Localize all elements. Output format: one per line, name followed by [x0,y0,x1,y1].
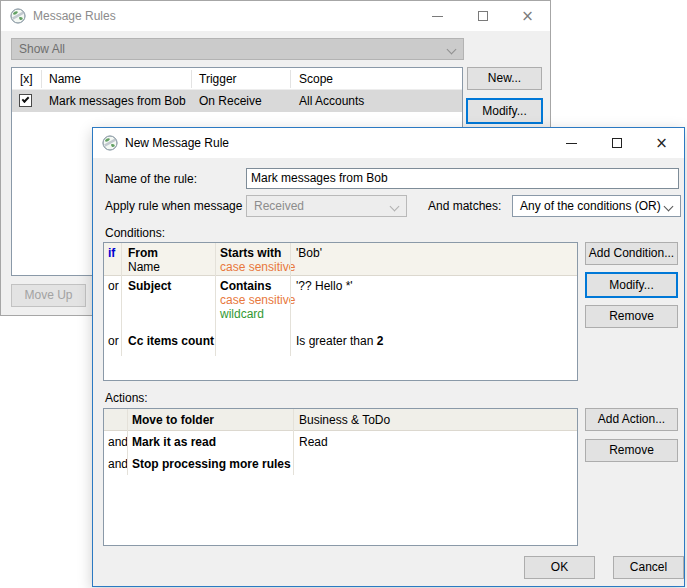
new-rule-button[interactable]: New... [467,67,542,90]
apply-when-value: Received [254,199,304,213]
condition-row[interactable]: ifFromNameStarts withcase sensitive'Bob' [104,243,577,276]
minimize-icon [566,143,577,144]
action-row[interactable]: andMark it as readRead [104,431,577,453]
column-divider [41,70,42,88]
remove-condition-button[interactable]: Remove [585,305,678,328]
conditions-label: Conditions: [105,226,165,240]
rule-name-input[interactable]: Mark messages from Bob [246,168,679,189]
column-divider [290,243,291,356]
maximize-icon [612,138,622,148]
column-header-enabled[interactable]: [x] [20,72,33,86]
apply-when-dropdown: Received [246,195,407,217]
app-globe-icon [10,8,26,24]
new-message-rule-dialog: New Message Rule × Name of the rule: Mar… [92,127,685,587]
conditions-list[interactable]: ifFromNameStarts withcase sensitive'Bob'… [103,242,578,381]
actions-list[interactable]: Move to folderBusiness & ToDoandMark it … [103,408,578,546]
move-up-button: Move Up [11,284,86,307]
condition-value: 'Bob' [296,246,322,260]
column-divider [293,409,294,475]
ok-button[interactable]: OK [524,556,595,579]
window-title: Message Rules [33,9,116,23]
close-icon: × [655,136,668,151]
rules-filter-dropdown[interactable]: Show All [11,38,464,60]
modify-rule-button[interactable]: Modify... [466,98,543,124]
condition-field: Cc items count [128,334,214,348]
chevron-down-icon [447,45,457,55]
remove-action-button[interactable]: Remove [585,439,678,462]
screen: Message Rules × Show All [x] Name Trigge… [0,0,687,588]
match-mode-value: Any of the conditions (OR) [520,199,661,213]
check-icon [22,95,30,103]
and-matches-label: And matches: [428,199,501,213]
cancel-button[interactable]: Cancel [613,556,684,579]
action-name: Mark it as read [132,435,216,449]
title-bar[interactable]: Message Rules × [1,1,550,31]
maximize-button[interactable] [460,1,505,31]
chevron-down-icon [664,202,674,212]
chevron-down-icon [390,202,400,212]
rule-name-cell: Mark messages from Bob [49,94,186,108]
condition-row[interactable]: orCc items countIs greater than 2 [104,331,577,356]
action-value: Read [299,435,328,449]
condition-connector: or [108,279,119,293]
condition-field: Subject [128,279,171,293]
app-globe-icon [102,135,118,151]
add-condition-button[interactable]: Add Condition... [585,242,678,265]
action-connector: and [108,457,128,471]
minimize-icon [432,16,443,17]
action-row[interactable]: andStop processing more rules [104,453,577,475]
condition-row[interactable]: orSubjectContainscase sensitivewildcard'… [104,276,577,331]
modify-condition-button[interactable]: Modify... [585,272,678,298]
column-header-scope[interactable]: Scope [299,72,333,86]
table-row[interactable]: Mark messages from BobOn ReceiveAll Acco… [12,90,462,112]
column-divider [215,243,216,356]
minimize-button[interactable] [549,128,594,158]
column-header-name[interactable]: Name [49,72,81,86]
rules-table-header: [x] Name Trigger Scope [12,68,462,90]
action-connector: and [108,435,128,449]
minimize-button[interactable] [415,1,460,31]
condition-operator: Starts withcase sensitive [220,246,295,274]
action-row[interactable]: Move to folderBusiness & ToDo [104,409,577,431]
dialog-title-bar[interactable]: New Message Rule × [93,128,684,158]
condition-field: FromName [128,246,160,274]
condition-value: Is greater than 2 [296,334,383,348]
maximize-button[interactable] [594,128,639,158]
rule-name-label: Name of the rule: [105,172,197,186]
column-divider [121,243,122,356]
column-header-trigger[interactable]: Trigger [199,72,237,86]
rule-enabled-checkbox[interactable] [19,94,32,107]
action-name: Move to folder [132,413,214,427]
condition-operator: Containscase sensitivewildcard [220,279,295,321]
close-icon: × [521,9,534,24]
close-button[interactable]: × [505,1,550,31]
action-name: Stop processing more rules [132,457,291,471]
rule-scope-cell: All Accounts [299,94,364,108]
apply-when-label: Apply rule when message is: [105,199,258,213]
action-value: Business & ToDo [299,413,390,427]
add-action-button[interactable]: Add Action... [585,408,678,431]
rule-trigger-cell: On Receive [199,94,262,108]
maximize-icon [478,11,488,21]
condition-connector: if [108,246,115,260]
condition-connector: or [108,334,119,348]
actions-label: Actions: [105,391,148,405]
match-mode-dropdown[interactable]: Any of the conditions (OR) [512,195,681,217]
condition-value: '?? Hello *' [296,279,353,293]
dialog-title: New Message Rule [125,136,229,150]
close-button[interactable]: × [639,128,684,158]
column-divider [290,70,291,88]
column-divider [191,70,192,88]
column-divider [127,409,128,475]
rules-filter-value: Show All [19,42,65,56]
